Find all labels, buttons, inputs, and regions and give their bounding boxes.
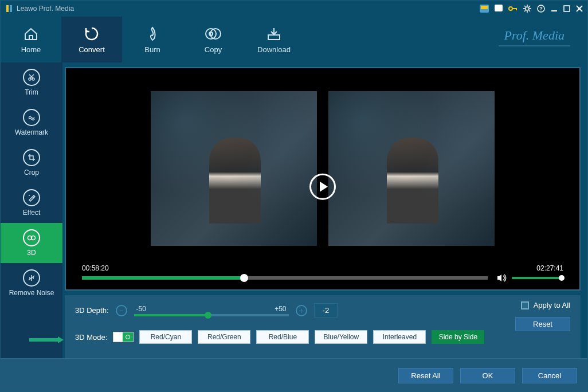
copy-icon bbox=[205, 26, 221, 42]
ok-button[interactable]: OK bbox=[460, 368, 515, 383]
download-icon bbox=[266, 26, 282, 42]
depth-min: -50 bbox=[136, 305, 146, 313]
apply-all-checkbox[interactable] bbox=[521, 301, 529, 309]
mode-red-blue[interactable]: Red/Blue bbox=[256, 330, 309, 344]
sidebar-item-3d[interactable]: 3D bbox=[1, 223, 62, 263]
nav-label: Copy bbox=[205, 45, 222, 54]
svg-line-16 bbox=[529, 6, 530, 7]
nav-label: Convert bbox=[79, 45, 105, 54]
top-nav: Home Convert Burn Copy Download Prof. Me… bbox=[1, 17, 587, 62]
reset-all-button[interactable]: Reset All bbox=[398, 368, 453, 383]
mode-interleaved[interactable]: Interleaved bbox=[373, 330, 426, 344]
sidebar-item-watermark[interactable]: Watermark bbox=[1, 103, 62, 143]
nav-copy[interactable]: Copy bbox=[183, 17, 244, 62]
svg-rect-26 bbox=[268, 35, 280, 40]
seek-thumb[interactable] bbox=[240, 274, 248, 282]
close-icon[interactable] bbox=[576, 5, 583, 12]
sidebar-item-label: Crop bbox=[24, 168, 39, 177]
seek-bar[interactable] bbox=[82, 276, 488, 280]
svg-rect-3 bbox=[481, 6, 488, 9]
cancel-button[interactable]: Cancel bbox=[522, 368, 577, 383]
footer: Reset All OK Cancel bbox=[1, 358, 587, 392]
depth-label: 3D Depth: bbox=[75, 306, 109, 315]
sidebar-item-remove-noise[interactable]: Remove Noise bbox=[1, 263, 62, 303]
trim-icon bbox=[23, 69, 40, 86]
depth-slider[interactable]: -50 +50 bbox=[134, 305, 289, 316]
titlebar-badge-icon[interactable] bbox=[480, 5, 489, 13]
key-icon[interactable] bbox=[508, 5, 518, 13]
remove-noise-icon bbox=[23, 269, 40, 287]
depth-value: -2 bbox=[314, 303, 338, 317]
app-logo-icon bbox=[5, 5, 13, 13]
nav-home[interactable]: Home bbox=[1, 17, 61, 62]
convert-icon bbox=[84, 26, 100, 42]
mode-label: 3D Mode: bbox=[75, 333, 107, 342]
video-frame-left bbox=[151, 91, 317, 246]
svg-rect-7 bbox=[516, 8, 517, 10]
svg-text:?: ? bbox=[539, 6, 543, 11]
settings-icon[interactable] bbox=[523, 5, 531, 13]
sidebar-item-effect[interactable]: Effect bbox=[1, 183, 62, 223]
depth-decrease-button[interactable]: − bbox=[116, 305, 127, 316]
app-title: Leawo Prof. Media bbox=[17, 5, 480, 13]
svg-rect-0 bbox=[6, 5, 9, 12]
maximize-icon[interactable] bbox=[563, 5, 570, 12]
sidebar-item-trim[interactable]: Trim bbox=[1, 62, 62, 103]
svg-line-15 bbox=[524, 10, 526, 11]
nav-download[interactable]: Download bbox=[244, 17, 304, 62]
nav-convert[interactable]: Convert bbox=[61, 17, 122, 62]
minimize-icon[interactable] bbox=[551, 5, 558, 12]
mode-blue-yellow[interactable]: Blue/Yellow bbox=[315, 330, 367, 344]
depth-increase-button[interactable]: + bbox=[296, 305, 307, 316]
3d-icon bbox=[23, 229, 40, 246]
3d-panel: 3D Depth: − -50 +50 + -2 Apply to All Re… bbox=[65, 295, 581, 358]
sidebar-item-label: Effect bbox=[23, 209, 40, 217]
svg-line-14 bbox=[529, 10, 530, 11]
notification-icon[interactable] bbox=[495, 5, 503, 13]
depth-max: +50 bbox=[275, 305, 286, 313]
play-button[interactable] bbox=[309, 174, 336, 200]
3d-mode-toggle[interactable] bbox=[113, 332, 134, 342]
mode-red-green[interactable]: Red/Green bbox=[198, 330, 250, 344]
sidebar-item-label: Watermark bbox=[15, 128, 48, 136]
sidebar-item-label: 3D bbox=[27, 249, 36, 257]
svg-point-5 bbox=[509, 7, 512, 10]
svg-rect-19 bbox=[551, 10, 557, 11]
svg-point-8 bbox=[526, 7, 529, 10]
crop-icon bbox=[23, 149, 40, 166]
burn-icon bbox=[144, 26, 160, 42]
video-frame-right bbox=[328, 91, 495, 246]
effect-icon bbox=[23, 189, 40, 206]
help-icon[interactable]: ? bbox=[537, 5, 545, 13]
brand-text: Prof. Media bbox=[499, 28, 571, 46]
nav-label: Home bbox=[21, 45, 41, 54]
hint-arrow-icon bbox=[29, 336, 64, 343]
mode-red-cyan[interactable]: Red/Cyan bbox=[139, 330, 192, 344]
sidebar-item-crop[interactable]: Crop bbox=[1, 143, 62, 183]
nav-label: Download bbox=[257, 45, 291, 54]
titlebar: Leawo Prof. Media ? bbox=[1, 1, 587, 17]
nav-label: Burn bbox=[144, 45, 160, 54]
volume-icon[interactable] bbox=[497, 273, 507, 283]
edit-sidebar: Trim Watermark Crop Effect 3D Remove Noi… bbox=[1, 62, 62, 358]
reset-button[interactable]: Reset bbox=[515, 317, 570, 331]
depth-thumb[interactable] bbox=[205, 312, 211, 319]
sidebar-item-label: Remove Noise bbox=[9, 289, 54, 297]
svg-line-13 bbox=[524, 6, 526, 7]
nav-burn[interactable]: Burn bbox=[122, 17, 183, 62]
sidebar-item-label: Trim bbox=[25, 88, 38, 96]
apply-all-label: Apply to All bbox=[534, 301, 570, 309]
watermark-icon bbox=[23, 109, 40, 126]
mode-side-by-side[interactable]: Side by Side bbox=[432, 330, 484, 344]
svg-rect-1 bbox=[10, 5, 12, 12]
video-preview: 00:58:20 02:27:41 bbox=[65, 67, 581, 291]
volume-bar[interactable] bbox=[512, 277, 563, 279]
svg-point-31 bbox=[29, 195, 30, 196]
video-frames bbox=[66, 91, 579, 246]
total-time: 02:27:41 bbox=[536, 264, 563, 272]
svg-rect-20 bbox=[564, 6, 570, 11]
current-time: 00:58:20 bbox=[82, 264, 109, 272]
home-icon bbox=[23, 26, 39, 42]
